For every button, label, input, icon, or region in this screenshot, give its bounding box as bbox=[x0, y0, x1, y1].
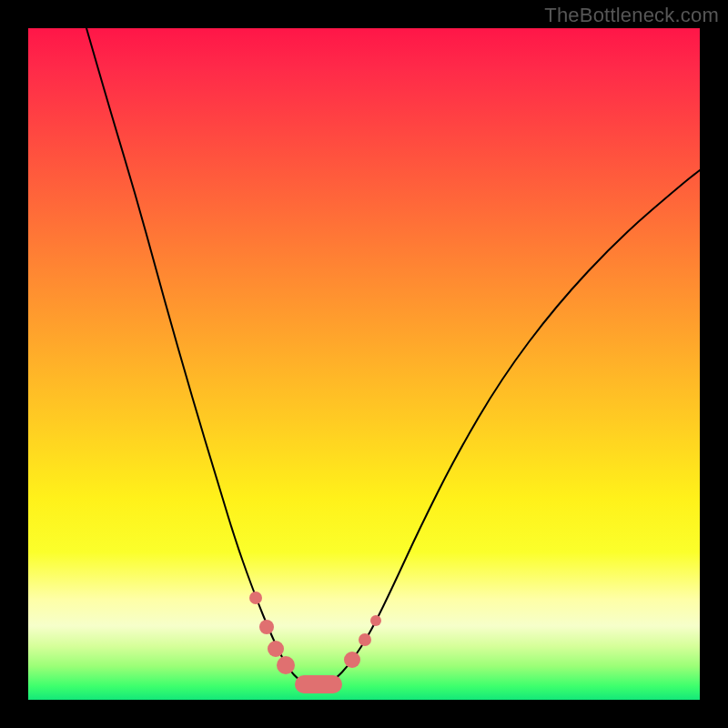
watermark-text: TheBottleneck.com bbox=[544, 4, 719, 27]
trough-marker-dot bbox=[268, 641, 284, 657]
bottleneck-curve bbox=[86, 28, 700, 685]
trough-marker-dot bbox=[359, 633, 371, 646]
curve-layer bbox=[28, 28, 700, 700]
trough-markers bbox=[249, 592, 381, 693]
trough-marker-dot bbox=[259, 620, 274, 634]
chart-frame: TheBottleneck.com bbox=[0, 0, 728, 728]
trough-marker-dot bbox=[344, 652, 360, 668]
trough-marker-dot bbox=[249, 592, 262, 604]
plot-area bbox=[28, 28, 700, 700]
trough-marker-dot bbox=[370, 615, 381, 626]
trough-marker-dot bbox=[277, 656, 295, 674]
trough-marker-bar bbox=[295, 675, 342, 693]
